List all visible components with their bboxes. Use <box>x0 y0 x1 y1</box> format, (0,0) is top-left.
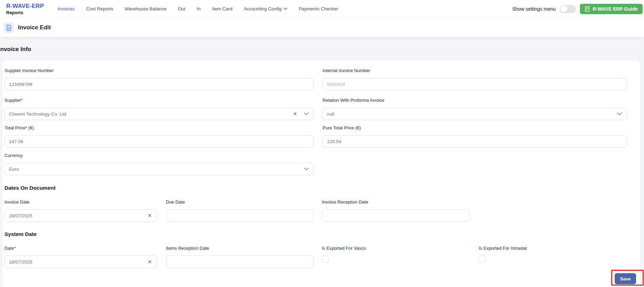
system-date-field: Date* ✕ <box>4 246 157 268</box>
due-date-input[interactable] <box>166 210 314 221</box>
invoice-date-inputbox: ✕ <box>4 209 157 222</box>
chevron-down-icon[interactable] <box>304 168 309 170</box>
is-exported-for-vasco-field: Is Exported For Vasco <box>322 246 470 263</box>
brand-title: R-WAVE-ERP <box>6 3 58 10</box>
is-exported-for-intrastat-field: Is Exported For Intrastat <box>479 246 624 263</box>
internal-invoice-number-label: Internal Invoice Number <box>323 68 627 73</box>
topbar-right-controls: Show settings menu R-WAVE ERP Guide <box>512 4 644 14</box>
system-date-heading: System Date <box>4 231 37 237</box>
invoice-reception-date-input[interactable] <box>322 210 470 221</box>
due-date-label: Due Date <box>166 199 314 205</box>
invoice-reception-date-field: Invoice Reception Date <box>322 199 470 222</box>
clear-x-icon[interactable]: ✕ <box>148 213 152 218</box>
pure-total-price-input[interactable] <box>323 136 627 147</box>
nav-item-cost-reports[interactable]: Cost Reports <box>86 6 113 11</box>
page-content: Invoice Info Supplier Invoice Number Int… <box>0 37 644 287</box>
is-exported-for-intrastat-checkbox[interactable] <box>479 256 486 263</box>
chevron-down-icon <box>284 8 287 10</box>
supplier-invoice-number-label: Supplier Invoice Number <box>4 68 314 73</box>
relation-proforma-select-value[interactable] <box>323 108 627 120</box>
nav-item-invoices[interactable]: Invoices <box>58 6 75 11</box>
page-header: Invoice Edit <box>0 18 644 37</box>
erp-guide-button-label: R-WAVE ERP Guide <box>593 6 638 12</box>
save-highlight-annotation: Save <box>611 270 644 286</box>
internal-invoice-number-input[interactable] <box>323 78 627 90</box>
nav-links: Invoices Cost Reports Warehouse Balance … <box>58 6 338 11</box>
invoice-reception-date-inputbox <box>322 209 470 222</box>
total-price-inputbox <box>4 135 314 148</box>
clear-x-icon[interactable]: ✕ <box>148 259 152 264</box>
invoice-date-input[interactable] <box>5 210 157 221</box>
supplier-label: Supplier* <box>4 98 314 103</box>
is-exported-for-vasco-label: Is Exported For Vasco <box>322 246 470 251</box>
invoice-form-card: Supplier Invoice Number Internal Invoice… <box>2 60 640 287</box>
total-price-field: Total Price* (€) <box>4 125 314 148</box>
supplier-invoice-number-field: Supplier Invoice Number <box>4 68 314 90</box>
due-date-inputbox <box>166 209 314 222</box>
erp-guide-button[interactable]: R-WAVE ERP Guide <box>580 4 643 14</box>
pure-total-price-field: Pure Total Price (€) <box>323 125 627 148</box>
invoice-date-field: Invoice Date ✕ <box>4 199 157 222</box>
supplier-field: Supplier* ✕ <box>4 98 314 120</box>
clear-x-icon[interactable]: ✕ <box>293 111 297 116</box>
pure-total-price-label: Pure Total Price (€) <box>323 125 627 131</box>
internal-invoice-number-field: Internal Invoice Number <box>323 68 627 90</box>
pure-total-price-inputbox <box>323 135 627 148</box>
invoice-reception-date-label: Invoice Reception Date <box>322 199 470 205</box>
relation-proforma-label: Relation With Proforma Invoice <box>323 98 627 103</box>
system-date-input[interactable] <box>5 256 157 268</box>
relation-proforma-field: Relation With Proforma Invoice <box>323 98 627 120</box>
currency-label: Currency <box>4 153 314 158</box>
internal-invoice-number-inputbox <box>323 78 627 90</box>
invoice-info-heading: Invoice Info <box>0 46 644 53</box>
supplier-select-value[interactable] <box>5 108 314 120</box>
top-navigation-bar: R-WAVE-ERP Reports Invoices Cost Reports… <box>0 0 644 18</box>
total-price-input[interactable] <box>5 136 314 147</box>
brand-logo: R-WAVE-ERP Reports <box>6 3 58 15</box>
system-date-inputbox: ✕ <box>4 256 157 268</box>
items-reception-date-input[interactable] <box>166 256 314 268</box>
chevron-down-icon[interactable] <box>304 112 309 115</box>
relation-proforma-select[interactable] <box>323 108 627 120</box>
nav-item-accounting-config[interactable]: Accounting Config <box>244 6 288 11</box>
nav-item-out[interactable]: Out <box>178 6 185 11</box>
currency-select-value[interactable] <box>5 163 314 175</box>
invoice-date-label: Invoice Date <box>4 199 157 205</box>
currency-select[interactable] <box>4 163 314 175</box>
toggle-knob <box>561 6 567 12</box>
book-icon <box>585 6 590 12</box>
total-price-label: Total Price* (€) <box>4 125 314 131</box>
is-exported-for-intrastat-label: Is Exported For Intrastat <box>479 246 624 251</box>
nav-item-accounting-config-label: Accounting Config <box>244 6 282 11</box>
document-icon <box>3 22 14 33</box>
chevron-down-icon[interactable] <box>617 112 622 115</box>
system-date-label: Date* <box>4 246 157 251</box>
settings-toggle-label: Show settings menu <box>512 6 556 12</box>
items-reception-date-label: Items Reception Date <box>166 246 314 251</box>
due-date-field: Due Date <box>166 199 314 222</box>
brand-subtitle: Reports <box>6 10 58 15</box>
nav-item-item-card[interactable]: Item Card <box>212 6 232 11</box>
nav-item-in[interactable]: In <box>197 6 200 11</box>
items-reception-date-inputbox <box>166 256 314 268</box>
save-button[interactable]: Save <box>615 273 636 284</box>
supplier-select[interactable]: ✕ <box>4 108 314 120</box>
items-reception-date-field: Items Reception Date <box>166 246 314 268</box>
dates-on-document-heading: Dates On Document <box>4 185 56 191</box>
is-exported-for-vasco-checkbox[interactable] <box>322 256 329 263</box>
nav-item-warehouse-balance[interactable]: Warehouse Balance <box>125 6 166 11</box>
nav-item-payments-checker[interactable]: Payments Checker <box>299 6 338 11</box>
supplier-invoice-number-inputbox <box>4 78 314 90</box>
page-title: Invoice Edit <box>18 24 51 31</box>
supplier-invoice-number-input[interactable] <box>5 78 314 90</box>
settings-toggle[interactable] <box>560 5 576 13</box>
currency-field: Currency <box>4 153 314 175</box>
